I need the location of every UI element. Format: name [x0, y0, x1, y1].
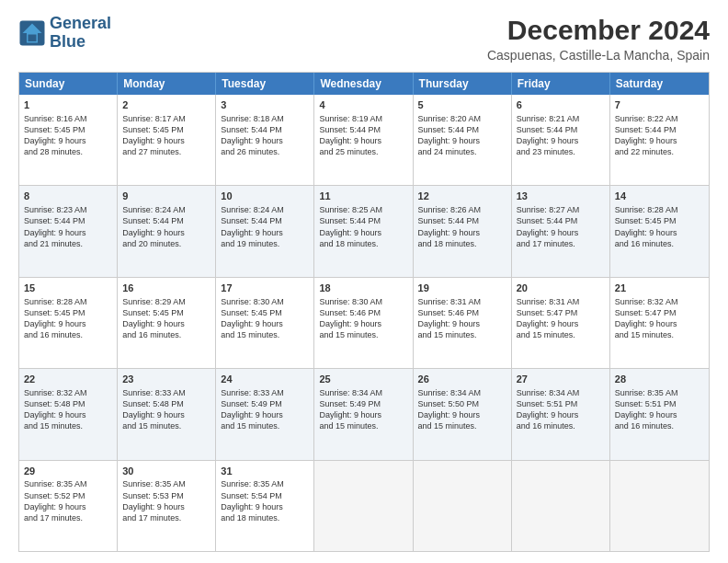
day-info-line: Sunset: 5:44 PM — [615, 124, 704, 135]
day-info-line: and 15 minutes. — [418, 329, 506, 340]
day-number: 12 — [418, 190, 506, 203]
day-number: 5 — [418, 98, 506, 112]
logo-icon — [18, 19, 46, 47]
calendar-cell: 30Sunrise: 8:35 AMSunset: 5:53 PMDayligh… — [118, 461, 216, 551]
day-info-line: Sunrise: 8:35 AM — [615, 387, 704, 398]
calendar-cell: 8Sunrise: 8:23 AMSunset: 5:44 PMDaylight… — [19, 186, 118, 276]
day-info-line: and 27 minutes. — [122, 146, 210, 157]
day-info-line: and 19 minutes. — [221, 238, 309, 249]
day-info-line: Sunrise: 8:34 AM — [319, 387, 407, 398]
day-info-line: Sunrise: 8:32 AM — [24, 387, 112, 398]
day-info-line: and 16 minutes. — [615, 238, 704, 249]
day-info-line: and 20 minutes. — [122, 238, 210, 249]
logo-text-general: General — [50, 15, 111, 33]
day-info-line: and 15 minutes. — [319, 329, 407, 340]
day-info-line: Daylight: 9 hours — [418, 227, 506, 238]
day-info-line: and 18 minutes. — [418, 238, 506, 249]
day-info-line: Daylight: 9 hours — [418, 409, 506, 420]
day-info-line: and 17 minutes. — [24, 512, 112, 523]
page: General Blue December 2024 Caspuenas, Ca… — [0, 0, 728, 563]
calendar-header-cell: Tuesday — [216, 73, 314, 95]
day-info-line: Sunrise: 8:35 AM — [221, 478, 309, 489]
day-info-line: Daylight: 9 hours — [517, 318, 605, 329]
day-info-line: and 18 minutes. — [319, 238, 407, 249]
calendar-header-cell: Friday — [512, 73, 610, 95]
day-info-line: and 16 minutes. — [615, 420, 704, 431]
calendar-cell: 5Sunrise: 8:20 AMSunset: 5:44 PMDaylight… — [414, 95, 512, 185]
day-number: 23 — [122, 373, 210, 386]
calendar-cell: 20Sunrise: 8:31 AMSunset: 5:47 PMDayligh… — [512, 278, 610, 368]
day-info-line: Sunset: 5:45 PM — [122, 307, 210, 318]
day-info-line: Daylight: 9 hours — [24, 409, 112, 420]
day-info-line: Sunrise: 8:35 AM — [122, 478, 210, 489]
day-info-line: Sunset: 5:45 PM — [615, 215, 704, 226]
day-info-line: Daylight: 9 hours — [319, 135, 407, 146]
day-info-line: Sunrise: 8:31 AM — [517, 296, 605, 307]
day-info-line: Daylight: 9 hours — [122, 318, 210, 329]
calendar-cell: 16Sunrise: 8:29 AMSunset: 5:45 PMDayligh… — [118, 278, 216, 368]
day-info-line: Daylight: 9 hours — [24, 501, 112, 512]
day-info-line: and 21 minutes. — [24, 238, 112, 249]
day-info-line: Sunset: 5:44 PM — [517, 124, 605, 135]
day-info-line: and 15 minutes. — [122, 420, 210, 431]
day-info-line: and 15 minutes. — [24, 420, 112, 431]
day-number: 1 — [24, 98, 112, 112]
calendar-header-cell: Saturday — [610, 73, 709, 95]
calendar-cell: 28Sunrise: 8:35 AMSunset: 5:51 PMDayligh… — [610, 369, 709, 459]
calendar-header-cell: Thursday — [414, 73, 512, 95]
day-info-line: Sunset: 5:48 PM — [24, 398, 112, 409]
day-number: 19 — [418, 282, 506, 295]
calendar-cell: 19Sunrise: 8:31 AMSunset: 5:46 PMDayligh… — [414, 278, 512, 368]
calendar-cell: 22Sunrise: 8:32 AMSunset: 5:48 PMDayligh… — [19, 369, 118, 459]
calendar-cell: 25Sunrise: 8:34 AMSunset: 5:49 PMDayligh… — [314, 369, 413, 459]
day-number: 28 — [615, 373, 704, 386]
day-info-line: Daylight: 9 hours — [319, 227, 407, 238]
day-info-line: Sunrise: 8:18 AM — [221, 113, 309, 124]
day-number: 8 — [24, 190, 112, 203]
calendar-header-cell: Monday — [118, 73, 216, 95]
day-info-line: and 16 minutes. — [122, 329, 210, 340]
day-info-line: Daylight: 9 hours — [319, 409, 407, 420]
calendar-row: 22Sunrise: 8:32 AMSunset: 5:48 PMDayligh… — [19, 369, 709, 460]
day-info-line: and 15 minutes. — [615, 329, 704, 340]
day-info-line: Sunset: 5:44 PM — [221, 215, 309, 226]
day-info-line: Daylight: 9 hours — [615, 409, 704, 420]
day-info-line: Daylight: 9 hours — [24, 318, 112, 329]
day-info-line: and 18 minutes. — [221, 512, 309, 523]
day-info-line: Sunset: 5:44 PM — [319, 124, 407, 135]
day-number: 4 — [319, 98, 407, 112]
day-number: 22 — [24, 373, 112, 386]
day-number: 24 — [221, 373, 309, 386]
calendar-cell: 26Sunrise: 8:34 AMSunset: 5:50 PMDayligh… — [414, 369, 512, 459]
calendar-cell: 27Sunrise: 8:34 AMSunset: 5:51 PMDayligh… — [512, 369, 610, 459]
day-info-line: Sunrise: 8:20 AM — [418, 113, 506, 124]
calendar-cell: 9Sunrise: 8:24 AMSunset: 5:44 PMDaylight… — [118, 186, 216, 276]
day-number: 27 — [517, 373, 605, 386]
day-number: 31 — [221, 465, 309, 478]
day-info-line: Sunset: 5:51 PM — [517, 398, 605, 409]
day-info-line: and 25 minutes. — [319, 146, 407, 157]
calendar-header-cell: Sunday — [19, 73, 118, 95]
day-number: 18 — [319, 282, 407, 295]
day-info-line: and 15 minutes. — [418, 420, 506, 431]
day-info-line: Sunset: 5:45 PM — [24, 124, 112, 135]
day-info-line: Daylight: 9 hours — [221, 135, 309, 146]
day-number: 16 — [122, 282, 210, 295]
day-info-line: Sunset: 5:45 PM — [122, 124, 210, 135]
day-info-line: and 15 minutes. — [221, 420, 309, 431]
day-number: 26 — [418, 373, 506, 386]
calendar-cell: 1Sunrise: 8:16 AMSunset: 5:45 PMDaylight… — [19, 95, 118, 185]
calendar-cell: 12Sunrise: 8:26 AMSunset: 5:44 PMDayligh… — [414, 186, 512, 276]
main-title: December 2024 — [487, 15, 710, 46]
day-info-line: Sunrise: 8:33 AM — [122, 387, 210, 398]
day-info-line: Daylight: 9 hours — [615, 227, 704, 238]
day-number: 21 — [615, 282, 704, 295]
day-number: 29 — [24, 465, 112, 478]
day-info-line: Sunrise: 8:17 AM — [122, 113, 210, 124]
calendar-cell — [512, 461, 610, 551]
calendar-row: 8Sunrise: 8:23 AMSunset: 5:44 PMDaylight… — [19, 186, 709, 277]
calendar-cell: 31Sunrise: 8:35 AMSunset: 5:54 PMDayligh… — [216, 461, 314, 551]
calendar-cell: 3Sunrise: 8:18 AMSunset: 5:44 PMDaylight… — [216, 95, 314, 185]
day-info-line: Sunrise: 8:28 AM — [615, 204, 704, 215]
day-info-line: Daylight: 9 hours — [122, 409, 210, 420]
